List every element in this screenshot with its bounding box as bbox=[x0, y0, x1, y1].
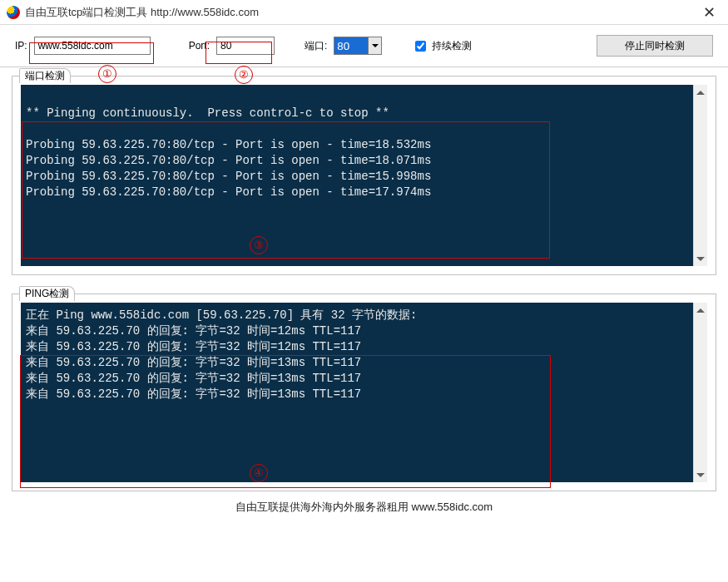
window-title: 自由互联tcp端口检测工具 http://www.558idc.com bbox=[25, 5, 696, 20]
ip-input[interactable] bbox=[34, 37, 151, 55]
close-button[interactable]: ✕ bbox=[696, 3, 721, 22]
scroll-up-icon[interactable] bbox=[694, 85, 707, 99]
stop-button[interactable]: 停止同时检测 bbox=[597, 35, 713, 57]
port-console-text: ** Pinging continuously. Press control-c… bbox=[26, 90, 691, 261]
ip-label: IP: bbox=[15, 40, 27, 52]
ping-console-text: 正在 Ping www.558idc.com [59.63.225.70] 具有… bbox=[26, 308, 691, 477]
port-text-input[interactable] bbox=[216, 37, 275, 55]
ping-panel-wrap: PING检测 正在 Ping www.558idc.com [59.63.225… bbox=[0, 279, 728, 495]
footer-text: 自由互联提供海外海内外服务器租用 www.558idc.com bbox=[0, 495, 728, 515]
continuous-checkbox-input[interactable] bbox=[415, 41, 426, 52]
ping-console: 正在 Ping www.558idc.com [59.63.225.70] 具有… bbox=[21, 303, 707, 482]
chevron-down-icon[interactable] bbox=[368, 37, 381, 54]
port-legend: 端口检测 bbox=[19, 68, 71, 83]
port-console: ** Pinging continuously. Press control-c… bbox=[21, 85, 707, 266]
ping-fieldset: PING检测 正在 Ping www.558idc.com [59.63.225… bbox=[12, 293, 716, 491]
port-panel-wrap: 端口检测 ** Pinging continuously. Press cont… bbox=[0, 67, 728, 279]
port-text-label: Port: bbox=[189, 40, 210, 52]
port-fieldset: 端口检测 ** Pinging continuously. Press cont… bbox=[12, 76, 716, 275]
port-combo-label: 端口: bbox=[305, 39, 327, 53]
scroll-up-icon[interactable] bbox=[694, 303, 707, 317]
port-combo[interactable] bbox=[334, 37, 382, 55]
scroll-down-icon[interactable] bbox=[694, 468, 707, 482]
continuous-checkbox-label: 持续检测 bbox=[432, 39, 472, 53]
ping-legend: PING检测 bbox=[19, 286, 75, 301]
toolbar: IP: Port: 端口: 持续检测 停止同时检测 bbox=[0, 25, 728, 67]
title-bar: 自由互联tcp端口检测工具 http://www.558idc.com ✕ bbox=[0, 0, 728, 25]
scrollbar[interactable] bbox=[693, 85, 707, 266]
port-combo-value[interactable] bbox=[334, 37, 368, 54]
scrollbar[interactable] bbox=[693, 303, 707, 482]
app-icon bbox=[7, 6, 20, 19]
scroll-down-icon[interactable] bbox=[694, 252, 707, 266]
continuous-checkbox[interactable]: 持续检测 bbox=[412, 38, 472, 54]
